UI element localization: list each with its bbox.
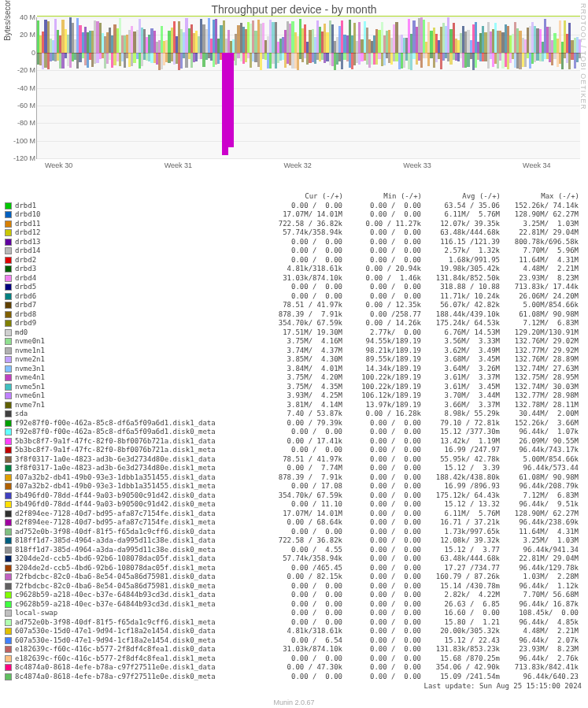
legend-avg: 318.88 / 10.88 xyxy=(421,283,500,292)
legend-cur: 31.03k/874.10k xyxy=(264,645,342,654)
legend-max: 800.78k/696.58k xyxy=(500,238,579,247)
legend-swatch xyxy=(5,601,12,608)
plot-canvas: 40 M20 M0-20 M-40 M-60 M-80 M-100 M-120 … xyxy=(36,17,580,159)
legend-swatch xyxy=(5,338,12,345)
legend-min: 0.00 / 0.00 xyxy=(342,464,421,473)
legend-cur: 4.81k/318.61k xyxy=(264,265,342,274)
legend-max: 108.45k/ 0.00 xyxy=(500,609,579,618)
legend-avg: 16.99 /896.93 xyxy=(421,482,500,491)
legend-swatch xyxy=(5,637,12,644)
legend-swatch xyxy=(5,402,12,409)
legend-row: f92e87f0-f00e-462a-85c8-df6a5f09a6d1.dis… xyxy=(5,428,583,437)
legend-min: 0.00 / 1.46k xyxy=(342,274,421,284)
legend-avg: 15.12 / 3.77 xyxy=(421,546,500,555)
legend-swatch xyxy=(5,275,12,282)
legend-name: d2f894ee-7128-40d7-bd95-afa87c7154fe.dis… xyxy=(15,510,264,519)
legend-avg: 26.63 / 6.85 xyxy=(421,600,500,610)
legend-min: 0.00 / 0.00 xyxy=(342,510,421,519)
legend-row: 3f8f0317-1a0e-4823-ad3b-6e3d2734d80e.dis… xyxy=(5,455,583,465)
legend-name: f92e87f0-f00e-462a-85c8-df6a5f09a6d1.dis… xyxy=(15,419,264,428)
legend-min: 0.00 / 0.00 xyxy=(342,428,421,437)
legend-name: 607a530e-15d0-47e1-9d94-1cf18a2e1454.dis… xyxy=(15,636,264,646)
legend-name: 72fbdcbc-82c0-4ba6-8e54-045a86d75981.dis… xyxy=(15,573,264,582)
legend-name: md0 xyxy=(15,328,264,338)
legend-swatch xyxy=(5,447,12,454)
legend-swatch xyxy=(5,646,12,653)
legend-cur: 78.51 / 41.97k xyxy=(264,301,342,310)
legend-cur: 0.00 / 11.10 xyxy=(264,500,342,510)
legend-min: 0.00 / 0.00 xyxy=(342,247,421,256)
legend-swatch xyxy=(5,247,12,254)
legend-swatch xyxy=(5,320,12,327)
legend-avg: 2.57k/ 1.32k xyxy=(421,247,500,256)
legend-swatch xyxy=(5,510,12,517)
legend-min: 0.00 / 11.27k xyxy=(342,220,421,229)
legend-row: ad752e0b-3f98-40df-81f5-f65da1c9cff6.dis… xyxy=(5,618,583,628)
legend-cur: 3.75M/ 4.35M xyxy=(264,383,342,392)
legend-min: 0.00 / 0.00 xyxy=(342,473,421,483)
legend-avg: 1.73k/997.65k xyxy=(421,528,500,537)
legend-swatch xyxy=(5,211,12,218)
legend-cur: 57.74k/358.94k xyxy=(264,228,342,238)
legend-avg: 188.42k/438.80k xyxy=(421,473,500,483)
legend-avg: 12.07k/ 39.35k xyxy=(421,220,500,229)
legend-name: e182639c-f60c-416c-b577-2f8df4c8fea1.dis… xyxy=(15,654,264,664)
legend-avg: 175.12k/ 64.43k xyxy=(421,491,500,501)
legend-max: 132.77M/ 29.92M xyxy=(500,347,579,356)
legend-name: nvme1n1 xyxy=(15,347,264,356)
legend-swatch xyxy=(5,519,12,526)
legend-cur: 0.00 / 0.00 xyxy=(264,528,342,537)
legend-swatch xyxy=(5,229,12,236)
legend-name: nvme7n1 xyxy=(15,401,264,410)
legend-name: 3b496fd0-78dd-4f44-9a03-b90500c91d42.dis… xyxy=(15,491,264,501)
legend-max: 152.26k/ 3.66M xyxy=(500,419,579,428)
legend-cur: 3.85M/ 4.30M xyxy=(264,355,342,365)
legend-avg: 79.10 / 72.81k xyxy=(421,419,500,428)
col-avg: Avg (-/+) xyxy=(422,192,501,202)
legend-swatch xyxy=(5,293,12,300)
legend-row: drbd9354.70k/ 67.59k0.00 / 14.26k175.24k… xyxy=(5,319,583,328)
munin-version: Munin 2.0.67 xyxy=(273,699,314,706)
legend-name: sda xyxy=(15,410,264,419)
legend-avg: 63.54 / 35.06 xyxy=(421,202,500,211)
legend-row: drbd60.00 / 0.000.00 / 0.0011.71k/ 10.24… xyxy=(5,292,583,302)
legend-cur: 3.93M/ 4.25M xyxy=(264,391,342,401)
legend-name: 3f8f0317-1a0e-4823-ad3b-6e3d2734d80e.dis… xyxy=(15,455,264,465)
legend-row: 3b496fd0-78dd-4f44-9a03-b90500c91d42.dis… xyxy=(5,491,583,501)
legend-cur: 0.00 / 6.54 xyxy=(264,636,342,646)
legend-name: 3b496fd0-78dd-4f44-9a03-b90500c91d42.dis… xyxy=(15,500,264,510)
y-tick: 0 xyxy=(9,49,35,57)
legend-avg: 116.15 /121.39 xyxy=(421,238,500,247)
legend-name: drbd3 xyxy=(15,265,264,274)
legend-min: 100.22k/189.19 xyxy=(342,373,421,383)
legend-max: 132.77M/ 28.98M xyxy=(500,391,579,401)
legend-row: drbd20.00 / 0.000.00 / 0.001.68k/991.951… xyxy=(5,256,583,265)
legend-swatch xyxy=(5,284,12,291)
legend-cur: 3.81M/ 4.14M xyxy=(264,401,342,410)
legend-min: 0.00 / 0.00 xyxy=(342,202,421,211)
legend-max: 96.44k/208.79k xyxy=(500,482,579,491)
legend-min: 14.34k/189.19 xyxy=(342,365,421,374)
legend-row: drbd140.00 / 0.000.00 / 0.002.57k/ 1.32k… xyxy=(5,247,583,256)
legend-row: e182639c-f60c-416c-b577-2f8df4c8fea1.dis… xyxy=(5,654,583,664)
y-tick: -80 M xyxy=(9,119,35,127)
x-tick: Week 32 xyxy=(284,161,312,169)
legend-avg: 6.11M/ 5.76M xyxy=(421,510,500,519)
legend-cur: 0.00 / 0.00 xyxy=(264,238,342,247)
legend-min: 0.00 / 12.35k xyxy=(342,301,421,310)
legend-avg: 131.84k/852.50k xyxy=(421,274,500,284)
legend-avg: 13.42k/ 1.19M xyxy=(421,437,500,447)
legend-max: 11.64M/ 4.31M xyxy=(500,256,579,265)
legend-min: 106.12k/189.19 xyxy=(342,391,421,401)
legend-name: nvme2n1 xyxy=(15,355,264,365)
legend-avg: 3.70M/ 3.44M xyxy=(421,391,500,401)
x-tick: Week 30 xyxy=(45,161,72,169)
legend-cur: 4.81k/318.61k xyxy=(264,627,342,636)
legend-min: 0.00 / 0.00 xyxy=(342,283,421,292)
legend-cur: 0.00 / 0.00 xyxy=(264,654,342,664)
legend-min: 0.00 / 0.00 xyxy=(342,654,421,664)
legend-min: 0.00 / 0.00 xyxy=(342,554,421,564)
legend-name: 818ff1d7-385d-4964-a3da-da995d11c38e.dis… xyxy=(15,536,264,546)
legend-min: 2.77k/ 0.00 xyxy=(342,328,421,338)
legend-min: 0.00 / 0.00 xyxy=(342,618,421,628)
